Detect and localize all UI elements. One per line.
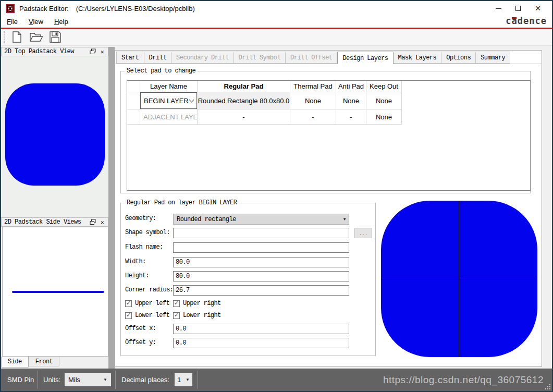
side-views-panel-titlebar: 2D Padstack Side Views ✕	[1, 217, 108, 227]
row-header-cell	[127, 109, 140, 125]
main-toolbar	[1, 29, 552, 46]
browse-button[interactable]: . . .	[354, 228, 372, 238]
height-input[interactable]	[173, 271, 349, 281]
check-icon: ✓	[174, 300, 179, 306]
window-title: Padstack Editor:	[19, 5, 69, 13]
col-regular-pad: Regular Pad	[198, 81, 290, 92]
tab-options[interactable]: Options	[441, 52, 476, 64]
anti-pad-cell[interactable]: None	[336, 92, 366, 109]
open-file-button[interactable]	[28, 30, 44, 44]
new-file-button[interactable]	[9, 30, 24, 44]
shape-symbol-input[interactable]	[173, 228, 349, 238]
table-header-row: Layer Name Regular Pad Thermal Pad Anti …	[127, 81, 530, 92]
editor-tabbar: Start Drill Secondary Drill Drill Symbol…	[115, 52, 542, 64]
menu-help[interactable]: Help	[49, 17, 73, 27]
tab-start[interactable]: Start	[116, 52, 144, 64]
menu-view[interactable]: View	[23, 17, 48, 27]
shape-symbol-label: Shape symbol:	[125, 229, 170, 236]
top-padstack-view-canvas	[1, 56, 108, 216]
tab-secondary-drill: Secondary Drill	[171, 52, 234, 64]
cadence-logo-red-bar	[512, 17, 517, 19]
tab-front[interactable]: Front	[29, 357, 60, 366]
close-panel-button[interactable]: ✕	[99, 219, 106, 226]
pad-side-profile	[12, 291, 104, 293]
width-input[interactable]	[173, 257, 349, 267]
flash-name-label: Flash name:	[125, 243, 163, 251]
side-views-panel-title: 2D Padstack Side Views	[4, 218, 81, 226]
tab-design-layers[interactable]: Design Layers	[337, 52, 393, 64]
flash-name-input[interactable]	[173, 242, 349, 253]
close-panel-button[interactable]: ✕	[99, 48, 106, 55]
regular-pad-cell[interactable]: Rounded Rectangle 80.0x80.0	[198, 92, 290, 109]
pin-type-label: SMD Pin	[7, 369, 34, 391]
float-panel-button[interactable]	[89, 219, 96, 226]
table-row-begin-layer: BEGIN LAYER Rounded Rectangle 80.0x80.0 …	[127, 92, 530, 109]
save-button[interactable]	[47, 30, 63, 44]
status-bar: SMD Pin Units: Mils ▼ Decimal places: 1 …	[1, 369, 552, 391]
float-panel-button[interactable]	[89, 48, 96, 55]
tab-mask-layers[interactable]: Mask Layers	[394, 52, 442, 64]
corner-radius-input[interactable]	[173, 285, 349, 296]
chevron-down-icon	[189, 97, 194, 102]
maximize-button[interactable]	[508, 2, 528, 15]
decimal-places-dropdown[interactable]: 1 ▼	[175, 373, 192, 386]
side-view-canvas	[2, 227, 108, 357]
regular-pad-cell[interactable]: -	[198, 109, 290, 125]
check-icon: ✓	[126, 312, 131, 318]
geometry-label: Geometry:	[125, 215, 156, 222]
col-keep-out: Keep Out	[366, 81, 402, 92]
checkbox-lower-left[interactable]: ✓	[125, 312, 132, 319]
check-icon: ✓	[126, 300, 131, 306]
col-anti-pad: Anti Pad	[336, 81, 366, 92]
checkbox-upper-left[interactable]: ✓	[125, 300, 132, 307]
layer-name-cell: BEGIN LAYER	[140, 92, 198, 109]
begin-layer-combobox[interactable]: BEGIN LAYER	[140, 92, 197, 109]
decimal-places-label: Decimal places:	[121, 369, 169, 391]
row-header-cell	[127, 92, 140, 109]
anti-pad-cell[interactable]: -	[336, 109, 366, 125]
resize-grip[interactable]	[545, 384, 550, 389]
regular-pad-groupbox: Regular Pad on layer BEGIN LAYER Geometr…	[120, 203, 376, 356]
offset-x-input[interactable]	[173, 324, 349, 334]
menu-file[interactable]: File	[2, 17, 23, 27]
statusbar-separator	[115, 371, 116, 389]
toolbar-drag-handle[interactable]	[4, 31, 5, 43]
close-icon: ✕	[101, 219, 104, 226]
tab-drill-offset: Drill Offset	[286, 52, 337, 64]
statusbar-separator	[198, 371, 198, 389]
minimize-icon	[496, 8, 501, 9]
open-folder-icon	[29, 31, 43, 43]
close-button[interactable]: ✕	[528, 2, 548, 15]
float-icon	[90, 219, 96, 225]
keep-out-cell[interactable]: None	[366, 92, 402, 109]
width-label: Width:	[125, 258, 146, 265]
tab-drill[interactable]: Drill	[144, 52, 172, 64]
keep-out-cell[interactable]: None	[366, 109, 402, 125]
corner-radius-label: Corner radius:	[125, 286, 173, 293]
dropdown-arrow-icon: ▼	[103, 377, 107, 382]
menu-bar: File View Help cadence	[1, 16, 552, 28]
checkbox-lower-right-label: Lower right	[183, 312, 221, 319]
checkbox-upper-right-label: Upper right	[183, 300, 221, 307]
top-view-panel-titlebar: 2D Top Padstack View ✕	[1, 47, 108, 56]
statusbar-separator	[38, 371, 38, 389]
tab-side[interactable]: Side	[1, 357, 29, 368]
geometry-dropdown[interactable]: Rounded rectangle ▼	[173, 214, 349, 225]
units-dropdown[interactable]: Mils ▼	[65, 373, 111, 386]
float-icon	[90, 48, 96, 55]
checkbox-lower-right[interactable]: ✓	[173, 312, 180, 319]
regular-pad-group-title: Regular Pad on layer BEGIN LAYER	[125, 199, 239, 206]
dock-splitter[interactable]	[108, 47, 115, 369]
select-pad-group-title: Select pad to change	[125, 67, 198, 75]
close-icon: ✕	[101, 48, 104, 55]
pad-layers-table: Layer Name Regular Pad Thermal Pad Anti …	[127, 80, 531, 191]
offset-y-input[interactable]	[173, 338, 349, 348]
tab-summary[interactable]: Summary	[476, 52, 510, 64]
thermal-pad-cell[interactable]: None	[290, 92, 336, 109]
offset-y-label: Offset y:	[125, 339, 156, 346]
table-row-adjacent-layer: ADJACENT LAYER - - - None	[127, 109, 530, 125]
minimize-button[interactable]	[488, 2, 508, 15]
thermal-pad-cell[interactable]: -	[290, 109, 336, 125]
checkbox-upper-left-label: Upper left	[135, 300, 169, 307]
checkbox-upper-right[interactable]: ✓	[173, 300, 180, 307]
